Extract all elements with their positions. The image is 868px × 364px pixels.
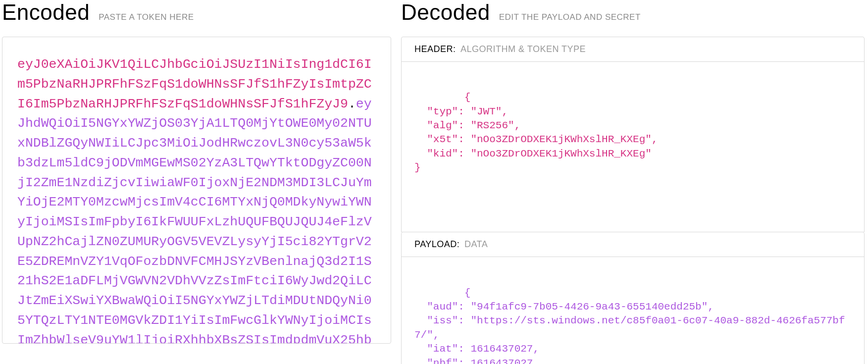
token-payload-segment: eyJhdWQiOiI5NGYxYWZjOS03YjA1LTQ0MjYtOWE0… — [17, 97, 372, 344]
header-json-text: { "typ": "JWT", "alg": "RS256", "x5t": "… — [414, 92, 658, 173]
encoded-title: Encoded — [2, 0, 90, 25]
encoded-token-input[interactable]: eyJ0eXAiOiJKV1QiLCJhbGciOiJSUzI1NiIsIng1… — [2, 37, 391, 344]
decoded-heading: Decoded EDIT THE PAYLOAD AND SECRET — [401, 0, 865, 25]
header-sublabel: ALGORITHM & TOKEN TYPE — [460, 44, 586, 54]
payload-json-editor[interactable]: { "aud": "94f1afc9-7b05-4426-9a43-655140… — [402, 257, 864, 364]
token-separator-dot: . — [348, 97, 356, 111]
payload-section-title: PAYLOAD: DATA — [402, 232, 864, 257]
payload-sublabel: DATA — [464, 239, 488, 249]
payload-label: PAYLOAD: — [414, 239, 460, 249]
encoded-subtitle: PASTE A TOKEN HERE — [99, 12, 194, 22]
encoded-heading: Encoded PASTE A TOKEN HERE — [2, 0, 391, 25]
header-json-editor[interactable]: { "typ": "JWT", "alg": "RS256", "x5t": "… — [402, 62, 864, 232]
token-header-segment: eyJ0eXAiOiJKV1QiLCJhbGciOiJSUzI1NiIsIng1… — [17, 57, 372, 111]
decoded-header-section: HEADER: ALGORITHM & TOKEN TYPE { "typ": … — [401, 37, 865, 232]
header-section-title: HEADER: ALGORITHM & TOKEN TYPE — [402, 37, 864, 62]
payload-json-text: { "aud": "94f1afc9-7b05-4426-9a43-655140… — [414, 287, 845, 364]
decoded-payload-section: PAYLOAD: DATA { "aud": "94f1afc9-7b05-44… — [401, 232, 865, 364]
decoded-title: Decoded — [401, 0, 490, 25]
header-label: HEADER: — [414, 44, 456, 54]
decoded-subtitle: EDIT THE PAYLOAD AND SECRET — [499, 12, 641, 22]
